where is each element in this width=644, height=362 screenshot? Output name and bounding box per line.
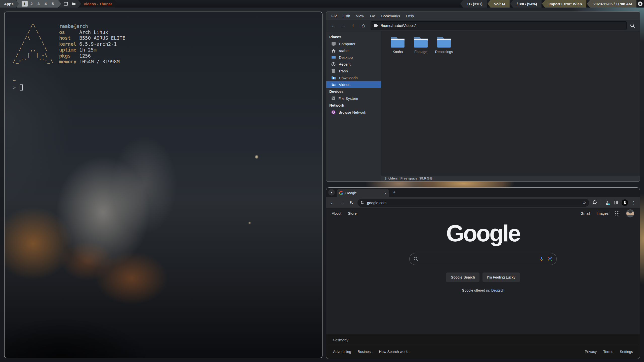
tab-search-button[interactable]: ▾ xyxy=(328,189,335,196)
chrome-window: ▾ Google × + ← → ↻ google.com ☆ xyxy=(326,187,640,359)
videos-location-icon xyxy=(374,24,378,27)
up-button[interactable]: ↑ xyxy=(348,21,358,30)
sidebar-item-home[interactable]: raabe xyxy=(326,47,381,54)
folder-recordings[interactable]: Recordings xyxy=(433,35,455,54)
voice-search-icon[interactable] xyxy=(539,256,544,261)
back-button[interactable]: ← xyxy=(328,21,338,30)
fetch-row-pkgs: pkgs1256 xyxy=(59,53,125,59)
fetch-row-host: hostB550 AORUS ELITE xyxy=(59,35,125,41)
menu-file[interactable]: File xyxy=(328,14,340,18)
session-button[interactable] xyxy=(636,0,644,8)
terminal-window[interactable]: /\ / \ /\ \ / \ / ,, \ / | | -\ /_-'' ''… xyxy=(4,12,323,358)
google-favicon xyxy=(339,191,343,195)
business-link[interactable]: Business xyxy=(354,350,376,354)
folder-icon xyxy=(436,36,452,49)
sidebar-item-desktop[interactable]: Desktop xyxy=(326,54,381,61)
address-bar[interactable]: google.com ☆ xyxy=(357,199,589,207)
site-info-icon[interactable] xyxy=(360,201,365,205)
privacy-link[interactable]: Privacy xyxy=(582,350,600,354)
home-button[interactable]: ⌂ xyxy=(358,21,368,30)
thunar-toolbar: ← → ↑ ⌂ /home/raabe/Videos/ xyxy=(326,20,640,31)
computer-icon xyxy=(331,42,336,46)
store-link[interactable]: Store xyxy=(348,211,357,215)
browser-menu-icon[interactable]: ⋮ xyxy=(630,200,637,205)
terms-link[interactable]: Terms xyxy=(600,350,616,354)
search-input[interactable] xyxy=(422,253,535,265)
menu-help[interactable]: Help xyxy=(403,14,417,18)
browser-forward-button[interactable]: → xyxy=(338,199,346,206)
folder-footage[interactable]: Footage xyxy=(410,35,432,54)
path-bar[interactable]: /home/raabe/Videos/ xyxy=(371,21,627,30)
forward-button[interactable]: → xyxy=(338,21,348,30)
new-tab-button[interactable]: + xyxy=(391,189,398,196)
toolbar-separator xyxy=(601,200,601,205)
search-box[interactable] xyxy=(409,253,557,265)
sidebar-item-browse-network[interactable]: Browse Network xyxy=(326,109,381,116)
about-link[interactable]: About xyxy=(332,211,341,215)
terminal-prompt[interactable]: > xyxy=(13,84,23,90)
settings-link[interactable]: Settings xyxy=(617,350,636,354)
window-icon[interactable] xyxy=(64,2,68,6)
workspace-4[interactable]: 4 xyxy=(43,1,49,7)
images-link[interactable]: Images xyxy=(596,211,609,215)
advertising-link[interactable]: Advertising xyxy=(330,350,354,354)
active-window-title[interactable]: Videos - Thunar xyxy=(79,0,118,8)
fetch-user-host: raabe@arch xyxy=(59,23,125,29)
network-status-indicator: Import Error: Wlan xyxy=(542,0,587,8)
file-list-view[interactable]: Kooha Footage Recordings xyxy=(381,31,640,175)
browser-back-button[interactable]: ← xyxy=(329,199,336,206)
sidebar-item-recent[interactable]: Recent xyxy=(326,61,381,68)
sidebar-item-downloads[interactable]: Downloads xyxy=(326,74,381,81)
menu-view[interactable]: View xyxy=(353,14,367,18)
apps-label: Apps xyxy=(4,2,14,6)
sidebar-item-trash[interactable]: Trash xyxy=(326,68,381,74)
extensions-icon[interactable] xyxy=(591,199,598,206)
profile-avatar[interactable] xyxy=(622,199,628,206)
path-text: /home/raabe/Videos/ xyxy=(381,23,416,28)
power-icon xyxy=(638,2,642,6)
arch-ascii-logo: /\ / \ /\ \ / \ / ,, \ / | | -\ /_-'' ''… xyxy=(13,23,53,64)
workspace-switcher: 1 2 3 4 5 xyxy=(17,0,61,8)
tab-google[interactable]: Google × xyxy=(337,189,389,197)
search-magnifier-icon xyxy=(414,257,418,261)
google-lens-icon[interactable] xyxy=(547,256,552,261)
fetch-row-memory: memory1054M / 31998M xyxy=(59,59,125,65)
sidebar-item-computer[interactable]: Computer xyxy=(326,40,381,47)
search-button[interactable] xyxy=(627,21,638,30)
clock: 2023-11-05 / 11:08 AM xyxy=(587,0,636,8)
sidebar-item-filesystem[interactable]: File System xyxy=(326,95,381,102)
account-avatar[interactable] xyxy=(626,209,634,217)
menu-bookmarks[interactable]: Bookmarks xyxy=(378,14,403,18)
flask-badge xyxy=(608,203,610,205)
side-panel-icon[interactable] xyxy=(613,199,620,206)
sidebar-item-videos[interactable]: Videos xyxy=(326,81,381,88)
folder-icon[interactable] xyxy=(71,2,76,6)
workspace-5[interactable]: 5 xyxy=(50,1,56,7)
apps-menu-button[interactable]: Apps xyxy=(0,0,19,8)
google-header: About Store Gmail Images xyxy=(326,208,640,219)
thunar-statusbar: 3 folders | Free space: 39.9 GiB xyxy=(381,175,640,181)
thunar-menubar: File Edit View Go Bookmarks Help xyxy=(326,12,640,20)
gmail-link[interactable]: Gmail xyxy=(581,211,590,215)
drive-icon xyxy=(331,96,335,101)
workspace-2[interactable]: 2 xyxy=(29,1,35,7)
desktop-icon xyxy=(331,56,336,60)
menu-edit[interactable]: Edit xyxy=(340,14,353,18)
google-apps-grid-icon[interactable] xyxy=(615,211,620,216)
workspace-1[interactable]: 1 xyxy=(22,1,28,7)
reload-button[interactable]: ↻ xyxy=(348,199,355,206)
google-search-button[interactable]: Google Search xyxy=(446,273,479,282)
places-header: Places xyxy=(326,33,381,40)
bookmark-star-icon[interactable]: ☆ xyxy=(581,200,588,205)
thunar-sidebar: Places Computer raabe Desktop Recent Tra… xyxy=(326,31,381,181)
workspace-3[interactable]: 3 xyxy=(36,1,42,7)
browser-toolbar: ← → ↻ google.com ☆ ⋮ xyxy=(326,197,640,208)
how-search-works-link[interactable]: How Search works xyxy=(376,350,413,354)
menu-go[interactable]: Go xyxy=(367,14,378,18)
url-text[interactable]: google.com xyxy=(367,201,578,205)
folder-kooha[interactable]: Kooha xyxy=(387,35,409,54)
tab-close-icon[interactable]: × xyxy=(384,191,387,195)
experiments-flask-icon[interactable] xyxy=(603,199,611,206)
feeling-lucky-button[interactable]: I'm Feeling Lucky xyxy=(482,273,520,282)
deutsch-link[interactable]: Deutsch xyxy=(491,288,504,292)
